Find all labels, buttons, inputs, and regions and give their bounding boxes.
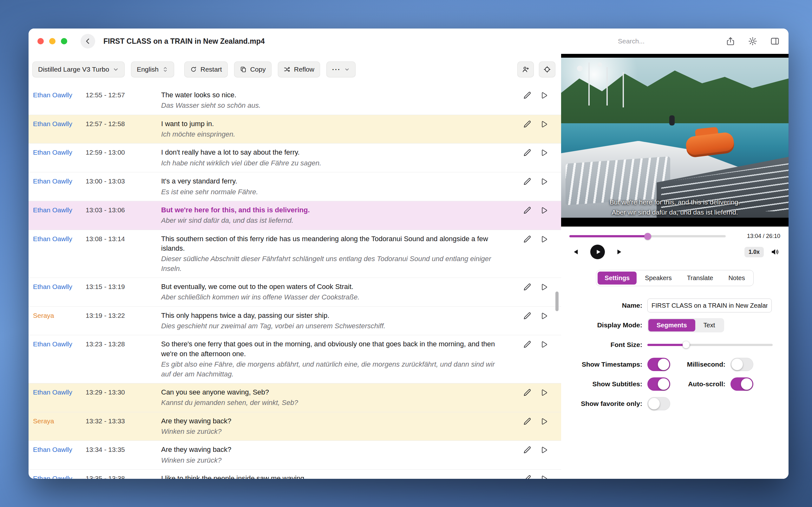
show-favorite-only-toggle[interactable]: [647, 397, 670, 410]
play-outline-icon: [540, 91, 548, 100]
play-segment-button[interactable]: [540, 177, 548, 186]
video-player[interactable]: But we're here for this, and this is del…: [561, 54, 789, 227]
transcript-segment[interactable]: Ethan Oawlly 13:29 - 13:30 Can you see a…: [29, 383, 561, 412]
edit-segment-button[interactable]: [522, 234, 532, 244]
segment-translation: Aber wir sind dafür da, und das ist lief…: [161, 216, 495, 225]
panel-tab[interactable]: Settings: [598, 272, 637, 285]
display-mode-text-option[interactable]: Text: [695, 319, 723, 331]
language-dropdown[interactable]: English: [131, 61, 174, 77]
transcript-segment[interactable]: Seraya 13:32 - 13:33 Are they waving bac…: [29, 412, 561, 441]
edit-segment-button[interactable]: [522, 148, 532, 158]
search-input[interactable]: [618, 38, 713, 45]
name-field[interactable]: [647, 298, 772, 313]
segment-speaker: Ethan Oawlly: [29, 282, 86, 291]
play-segment-button[interactable]: [540, 148, 548, 158]
transcript-segment[interactable]: Ethan Oawlly 13:23 - 13:28 So there's on…: [29, 335, 561, 383]
subtitle-line-en: But we're here for this, and this is del…: [570, 197, 780, 207]
edit-segment-button[interactable]: [522, 474, 532, 479]
playback-speed-button[interactable]: 1.0x: [745, 247, 764, 257]
edit-segment-button[interactable]: [522, 417, 532, 426]
transcript-segment[interactable]: Ethan Oawlly 12:57 - 12:58 I want to jum…: [29, 115, 561, 144]
next-segment-button[interactable]: [615, 248, 623, 256]
transcript-segment[interactable]: Ethan Oawlly 13:03 - 13:06 But we're her…: [29, 201, 561, 230]
transcript-segment[interactable]: Ethan Oawlly 13:34 - 13:35 Are they wavi…: [29, 441, 561, 469]
show-timestamps-toggle[interactable]: [647, 358, 670, 371]
reflow-button[interactable]: Reflow: [278, 61, 320, 77]
millisecond-toggle[interactable]: [730, 358, 753, 371]
edit-segment-button[interactable]: [522, 388, 532, 397]
play-segment-button[interactable]: [540, 234, 548, 244]
edit-segment-button[interactable]: [522, 445, 532, 455]
play-segment-button[interactable]: [540, 417, 548, 426]
panel-tab[interactable]: Translate: [680, 272, 720, 285]
zoom-window-button[interactable]: [61, 38, 67, 44]
transcript-segment[interactable]: Ethan Oawlly 12:59 - 13:00 I don't reall…: [29, 144, 561, 172]
play-segment-button[interactable]: [540, 91, 548, 100]
close-window-button[interactable]: [38, 38, 44, 44]
play-segment-button[interactable]: [540, 311, 548, 321]
transcript-segment[interactable]: Seraya 13:19 - 13:22 This only happens t…: [29, 307, 561, 336]
restart-icon: [190, 66, 197, 73]
segment-speaker: Seraya: [29, 311, 86, 320]
show-favorite-only-label: Show favorite only:: [561, 400, 647, 407]
edit-segment-button[interactable]: [522, 177, 532, 186]
minimize-window-button[interactable]: [49, 38, 55, 44]
edit-segment-button[interactable]: [522, 91, 532, 100]
panel-tab[interactable]: Notes: [721, 272, 752, 285]
edit-segment-button[interactable]: [522, 119, 532, 129]
play-segment-button[interactable]: [540, 340, 548, 349]
seek-bar[interactable]: [569, 235, 726, 237]
previous-segment-button[interactable]: [572, 248, 580, 256]
font-size-slider-knob[interactable]: [682, 341, 690, 348]
play-segment-button[interactable]: [540, 474, 548, 479]
play-outline-icon: [540, 148, 548, 157]
transcript-segment[interactable]: Ethan Oawlly 13:00 - 13:03 It's a very s…: [29, 172, 561, 201]
transcript-segment[interactable]: Ethan Oawlly 12:55 - 12:57 The water loo…: [29, 86, 561, 115]
settings-form: Name: Display Mode: Segments Text Font S…: [561, 296, 789, 413]
seek-bar-fill: [569, 235, 648, 237]
display-mode-segments-option[interactable]: Segments: [648, 319, 695, 331]
edit-segment-button[interactable]: [522, 311, 532, 321]
copy-button[interactable]: Copy: [234, 61, 271, 77]
play-segment-button[interactable]: [540, 119, 548, 129]
model-dropdown[interactable]: Distilled Large V3 Turbo: [32, 61, 125, 77]
play-segment-button[interactable]: [540, 282, 548, 292]
edit-segment-button[interactable]: [522, 340, 532, 349]
edit-segment-button[interactable]: [522, 282, 532, 292]
font-size-slider[interactable]: [647, 344, 773, 346]
volume-button[interactable]: [771, 248, 780, 256]
locate-current-segment-button[interactable]: [539, 61, 555, 77]
play-outline-icon: [540, 417, 548, 426]
player-panel: But we're here for this, and this is del…: [561, 54, 789, 479]
share-button[interactable]: [726, 37, 735, 46]
play-segment-button[interactable]: [540, 388, 548, 397]
window-title: FIRST CLASS on a TRAIN in New Zealand.mp…: [103, 37, 265, 46]
settings-button[interactable]: [748, 37, 757, 46]
more-options-button[interactable]: ···: [326, 61, 356, 77]
segment-translation: Winken sie zurück?: [161, 456, 495, 465]
restart-button[interactable]: Restart: [184, 61, 228, 77]
scrollbar-thumb[interactable]: [555, 291, 559, 311]
play-segment-button[interactable]: [540, 445, 548, 455]
transcript-segment[interactable]: Ethan Oawlly 13:35 - 13:38 I like to thi…: [29, 469, 561, 479]
seek-bar-knob[interactable]: [644, 233, 651, 240]
segment-speaker: Ethan Oawlly: [29, 445, 86, 454]
play-pause-button[interactable]: [590, 245, 605, 259]
panel-tab[interactable]: Speakers: [638, 272, 679, 285]
add-speaker-button[interactable]: [517, 61, 534, 77]
display-mode-segmented-control: Segments Text: [647, 318, 724, 332]
chevron-down-icon: [113, 66, 119, 72]
show-subtitles-toggle[interactable]: [647, 377, 670, 391]
transcript-segment[interactable]: Ethan Oawlly 13:15 - 13:19 But eventuall…: [29, 278, 561, 307]
edit-segment-button[interactable]: [522, 206, 532, 215]
segment-timestamp: 13:08 - 13:14: [86, 234, 161, 244]
auto-scroll-toggle[interactable]: [730, 377, 753, 391]
segment-speaker: Ethan Oawlly: [29, 119, 86, 129]
transcript-segment[interactable]: Ethan Oawlly 13:08 - 13:14 This southern…: [29, 230, 561, 278]
pencil-icon: [522, 148, 532, 158]
back-button[interactable]: [81, 34, 95, 49]
segment-text: Can you see anyone waving, Seb?: [161, 388, 495, 397]
play-segment-button[interactable]: [540, 206, 548, 215]
toggle-sidebar-button[interactable]: [770, 37, 780, 46]
pencil-icon: [522, 177, 532, 186]
